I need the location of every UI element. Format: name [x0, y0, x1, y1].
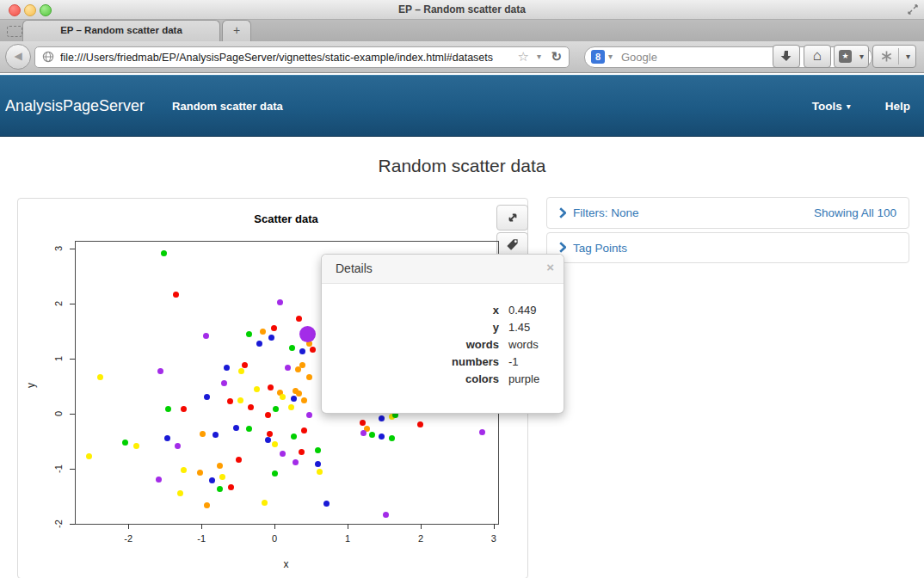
scatter-point[interactable] — [306, 374, 312, 380]
scatter-point[interactable] — [262, 500, 268, 506]
scatter-point[interactable] — [164, 435, 170, 441]
url-bar[interactable]: file:///Users/friedmab/EP/AnalysisPageSe… — [34, 46, 570, 68]
scatter-point[interactable] — [277, 299, 283, 305]
scatter-point[interactable] — [133, 443, 139, 449]
scatter-point[interactable] — [268, 335, 274, 341]
scatter-point[interactable] — [248, 404, 254, 410]
scatter-point[interactable] — [224, 365, 230, 371]
scatter-point[interactable] — [173, 292, 179, 298]
scatter-point[interactable] — [237, 397, 243, 403]
scatter-point[interactable] — [209, 477, 215, 483]
scatter-point[interactable] — [156, 477, 162, 483]
scatter-point[interactable] — [242, 362, 248, 368]
scatter-point[interactable] — [233, 425, 239, 431]
help-menu[interactable]: Help — [885, 100, 910, 113]
filters-label[interactable]: Filters: None — [573, 206, 639, 219]
addon-button[interactable]: ▾ — [872, 45, 916, 68]
url-dropdown-icon[interactable]: ▾ — [537, 52, 541, 61]
scatter-point[interactable] — [383, 512, 389, 518]
scatter-point[interactable] — [268, 384, 274, 390]
back-button[interactable]: ◀ — [5, 44, 31, 70]
scatter-point[interactable] — [177, 490, 183, 496]
scatter-point[interactable] — [271, 325, 277, 331]
scatter-point[interactable] — [97, 374, 103, 380]
bookmarks-button[interactable]: ★ ▾ — [834, 45, 869, 68]
scatter-point[interactable] — [197, 470, 203, 476]
scatter-point[interactable] — [379, 415, 385, 421]
tag-points-label[interactable]: Tag Points — [573, 242, 627, 255]
tag-points-accordion[interactable]: Tag Points — [546, 232, 909, 263]
scatter-point[interactable] — [291, 434, 297, 440]
downloads-button[interactable] — [773, 45, 800, 68]
scatter-point[interactable] — [217, 463, 223, 469]
scatter-point[interactable] — [272, 470, 278, 477]
scatter-point[interactable] — [289, 345, 295, 351]
bookmark-star-icon[interactable]: ☆ — [518, 49, 529, 65]
selected-scatter-point[interactable] — [299, 326, 316, 342]
scatter-point[interactable] — [379, 434, 385, 440]
scatter-point[interactable] — [306, 412, 312, 418]
scatter-point[interactable] — [315, 447, 321, 453]
scatter-point[interactable] — [175, 443, 181, 449]
scatter-point[interactable] — [295, 366, 301, 372]
scatter-point[interactable] — [315, 461, 321, 467]
scatter-point[interactable] — [254, 386, 260, 392]
scatter-point[interactable] — [161, 250, 167, 256]
scatter-point[interactable] — [181, 406, 187, 412]
scatter-point[interactable] — [301, 427, 307, 434]
reload-icon[interactable]: ↻ — [551, 49, 562, 65]
scatter-point[interactable] — [217, 486, 223, 492]
scatter-point[interactable] — [317, 469, 323, 475]
scatter-point[interactable] — [280, 451, 286, 457]
scatter-point[interactable] — [360, 420, 366, 426]
scatter-point[interactable] — [219, 474, 225, 480]
scatter-point[interactable] — [221, 380, 227, 386]
expand-plot-button[interactable] — [496, 205, 528, 231]
fullscreen-icon[interactable] — [907, 3, 919, 19]
tab-groups-icon[interactable] — [7, 26, 22, 37]
scatter-point[interactable] — [213, 432, 219, 438]
scatter-point[interactable] — [301, 397, 307, 403]
scatter-point[interactable] — [293, 459, 299, 465]
scatter-point[interactable] — [417, 421, 423, 427]
scatter-point[interactable] — [165, 406, 171, 412]
scatter-point[interactable] — [369, 432, 375, 438]
scatter-point[interactable] — [288, 404, 294, 410]
scatter-point[interactable] — [265, 437, 271, 443]
scatter-point[interactable] — [285, 365, 291, 371]
scatter-point[interactable] — [203, 333, 209, 339]
url-text[interactable]: file:///Users/friedmab/EP/AnalysisPageSe… — [60, 52, 521, 64]
new-tab-button[interactable]: + — [222, 20, 251, 41]
scatter-point[interactable] — [181, 467, 187, 473]
scatter-point[interactable] — [299, 449, 305, 455]
scatter-point[interactable] — [296, 390, 302, 397]
scatter-point[interactable] — [310, 347, 316, 353]
scatter-point[interactable] — [280, 394, 286, 400]
home-button[interactable]: ⌂ — [804, 45, 831, 68]
tab-active[interactable]: EP – Random scatter data — [22, 20, 220, 41]
scatter-point[interactable] — [122, 440, 128, 446]
scatter-point[interactable] — [291, 396, 297, 402]
scatter-point[interactable] — [272, 441, 278, 447]
brand-logo[interactable]: AnalysisPageServer — [5, 97, 145, 115]
scatter-point[interactable] — [228, 484, 234, 490]
scatter-point[interactable] — [267, 431, 273, 437]
scatter-point[interactable] — [260, 329, 266, 335]
scatter-point[interactable] — [273, 406, 279, 412]
scatter-point[interactable] — [360, 430, 367, 436]
scatter-point[interactable] — [204, 502, 210, 508]
scatter-point[interactable] — [389, 435, 395, 441]
scatter-point[interactable] — [246, 331, 252, 337]
showing-all-status[interactable]: Showing All 100 — [814, 206, 896, 219]
scatter-point[interactable] — [200, 431, 206, 437]
scatter-point[interactable] — [296, 316, 302, 322]
scatter-point[interactable] — [246, 426, 252, 432]
scatter-point[interactable] — [299, 348, 305, 354]
scatter-point[interactable] — [86, 453, 92, 459]
tools-menu[interactable]: Tools — [812, 100, 842, 113]
scatter-point[interactable] — [479, 429, 485, 435]
close-icon[interactable]: × — [546, 260, 554, 274]
scatter-point[interactable] — [157, 368, 163, 374]
scatter-point[interactable] — [227, 398, 233, 404]
scatter-point[interactable] — [238, 368, 244, 374]
